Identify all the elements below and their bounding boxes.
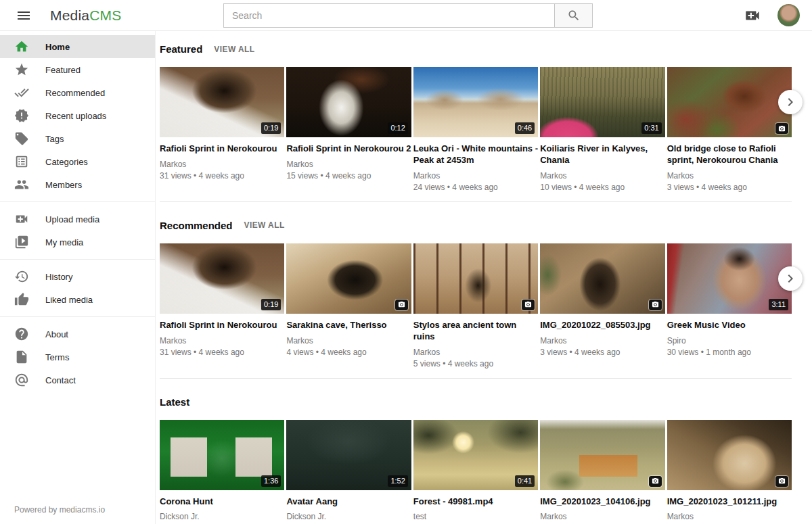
media-author[interactable]: Dickson Jr. [160,512,284,521]
media-author[interactable]: Markos [286,336,411,346]
media-card[interactable]: 0:41 Forest - 49981.mp4 test 17 views • … [413,420,538,524]
media-card[interactable]: Stylos area ancient town ruins Markos 5 … [413,243,538,368]
media-card[interactable]: IMG_20201023_104106.jpg Markos 4 views •… [540,420,664,524]
hamburger-menu-icon[interactable] [12,4,35,27]
media-card[interactable]: 0:31 Koiliaris River in Kalyves, Chania … [540,67,664,192]
home-icon [14,39,29,54]
media-author[interactable]: Spiro [667,336,792,346]
sidebar-item-about[interactable]: About [0,323,155,346]
sidebar-item-recommended[interactable]: Recommended [0,81,155,104]
media-thumbnail[interactable]: 0:19 [160,67,284,137]
media-title[interactable]: Leuka Ori - White mountains - Peak at 24… [413,143,538,166]
section-featured: FeaturedVIEW ALL 0:19 Rafioli Sprint in … [160,43,792,202]
media-author[interactable]: Markos [160,336,284,346]
media-card[interactable]: 0:19 Rafioli Sprint in Nerokourou Markos… [160,67,284,192]
search-button[interactable] [554,3,593,28]
media-title[interactable]: Sarakina cave, Therisso [286,320,411,331]
media-thumbnail[interactable] [667,420,792,490]
user-avatar[interactable] [777,4,800,26]
media-views-age: 24 views • 4 weeks ago [413,183,538,192]
duration-badge: 0:46 [515,122,535,134]
media-thumbnail[interactable]: 1:52 [286,420,411,490]
media-thumbnail[interactable]: 0:19 [160,243,284,314]
media-title[interactable]: Rafioli Sprint in Nerokourou 2 [286,143,411,155]
media-author[interactable]: Markos [413,171,538,181]
media-author[interactable]: Markos [540,512,664,521]
view-all-link[interactable]: VIEW ALL [214,45,254,54]
sidebar-item-categories[interactable]: Categories [0,150,155,173]
media-card[interactable]: Sarakina cave, Therisso Markos 4 views •… [286,243,411,368]
media-title[interactable]: Stylos area ancient town ruins [413,320,538,343]
media-thumbnail[interactable]: 0:46 [413,67,538,137]
media-title[interactable]: Avatar Aang [286,496,411,508]
sidebar-item-members[interactable]: Members [0,173,155,196]
sidebar-item-history[interactable]: History [0,265,155,288]
card-row: 0:19 Rafioli Sprint in Nerokourou Markos… [160,243,792,368]
media-title[interactable]: IMG_20201023_101211.jpg [667,496,792,508]
sidebar-item-terms[interactable]: Terms [0,346,155,368]
media-card[interactable]: Old bridge close to Rafioli sprint, Nero… [667,67,792,192]
media-thumbnail[interactable] [540,243,664,314]
media-title[interactable]: Koiliaris River in Kalyves, Chania [540,143,664,166]
sidebar-item-label: Categories [45,157,88,167]
media-author[interactable]: Markos [540,171,664,181]
media-title[interactable]: Forest - 49981.mp4 [413,496,538,508]
media-views-age: 10 views • 4 weeks ago [540,183,664,192]
media-title[interactable]: IMG_20201022_085503.jpg [540,320,664,331]
mediacms-logo[interactable]: MediaCMS [50,7,121,24]
media-thumbnail[interactable] [540,420,664,490]
media-card[interactable]: 3:11 Greek Music Video Spiro 30 views • … [667,243,792,368]
media-thumbnail[interactable] [667,67,792,137]
sidebar-item-label: Home [45,42,70,52]
sidebar-item-contact[interactable]: Contact [0,368,155,391]
media-card[interactable]: 0:12 Rafioli Sprint in Nerokourou 2 Mark… [286,67,411,192]
carousel-next-button[interactable] [778,90,803,114]
media-title[interactable]: Old bridge close to Rafioli sprint, Nero… [667,143,792,166]
media-title[interactable]: Rafioli Sprint in Nerokourou [160,320,284,331]
done-all-icon [14,85,29,100]
media-views-age: 30 views • 1 month ago [667,348,792,357]
search-input[interactable] [223,3,555,28]
media-thumbnail[interactable] [413,243,538,314]
media-thumbnail[interactable] [286,243,411,314]
duration-badge: 0:12 [388,122,407,134]
view-all-link[interactable]: VIEW ALL [244,220,285,230]
sidebar-item-label: Tags [45,134,64,144]
media-author[interactable]: Markos [160,160,284,169]
media-card[interactable]: 1:36 Corona Hunt Dickson Jr. 6 views • 4… [160,420,284,524]
media-author[interactable]: Markos [667,512,792,521]
media-title[interactable]: Corona Hunt [160,496,284,508]
media-card[interactable]: IMG_20201023_101211.jpg Markos 4 views •… [667,420,792,524]
sidebar-item-home[interactable]: Home [0,35,155,58]
media-author[interactable]: Markos [413,348,538,357]
carousel-next-button[interactable] [778,266,803,291]
sidebar-item-recent-uploads[interactable]: Recent uploads [0,104,155,127]
media-author[interactable]: Markos [667,171,792,181]
media-thumbnail[interactable]: 3:11 [667,243,792,314]
media-title[interactable]: IMG_20201023_104106.jpg [540,496,664,508]
media-card[interactable]: 0:19 Rafioli Sprint in Nerokourou Markos… [160,243,284,368]
media-thumbnail[interactable]: 0:41 [413,420,538,490]
sidebar-item-upload-media[interactable]: Upload media [0,208,155,231]
sidebar-item-tags[interactable]: Tags [0,127,155,150]
camera-icon [395,300,408,310]
media-thumbnail[interactable]: 0:31 [540,67,664,137]
media-card[interactable]: 0:46 Leuka Ori - White mountains - Peak … [413,67,538,192]
media-card[interactable]: IMG_20201022_085503.jpg Markos 3 views •… [540,243,664,368]
sidebar-item-my-media[interactable]: My media [0,231,155,254]
media-author[interactable]: test [413,512,538,521]
media-author[interactable]: Dickson Jr. [286,512,411,521]
media-thumbnail[interactable]: 1:36 [160,420,284,490]
media-author[interactable]: Markos [286,160,411,169]
media-card[interactable]: 1:52 Avatar Aang Dickson Jr. 12 views • … [286,420,411,524]
media-thumbnail[interactable]: 0:12 [286,67,411,137]
sidebar-nav: HomeFeaturedRecommendedRecent uploadsTag… [0,31,155,391]
main-content: FeaturedVIEW ALL 0:19 Rafioli Sprint in … [156,31,812,524]
upload-media-icon[interactable] [744,7,761,24]
media-title[interactable]: Greek Music Video [667,320,792,331]
card-row: 0:19 Rafioli Sprint in Nerokourou Markos… [160,67,792,192]
media-author[interactable]: Markos [540,336,664,346]
sidebar-item-liked-media[interactable]: Liked media [0,288,155,311]
sidebar-item-featured[interactable]: Featured [0,58,155,81]
media-title[interactable]: Rafioli Sprint in Nerokourou [160,143,284,155]
